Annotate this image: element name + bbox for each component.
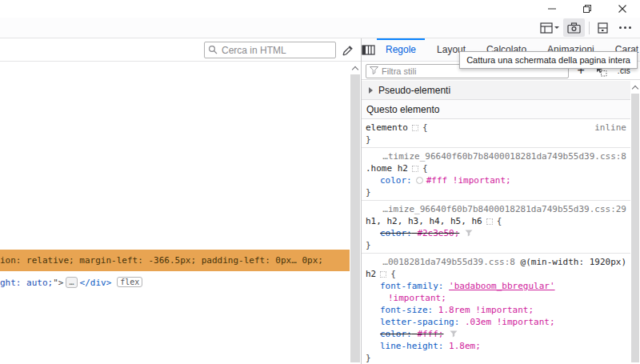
rule-selector[interactable]: h2	[366, 269, 376, 279]
responsive-design-mode-button[interactable]	[536, 18, 563, 37]
selector-highlighter-icon[interactable]	[412, 166, 418, 172]
scroll-up-button[interactable]	[630, 81, 640, 94]
media-query-label: @(min-width: 1920px)	[521, 257, 626, 267]
pseudo-elements-label: Pseudo-elementi	[378, 85, 450, 96]
rule-source-link[interactable]: …timize_96640f60b7b8400018281da749b55d39…	[366, 150, 626, 162]
rule-selector[interactable]: .home h2	[366, 163, 408, 174]
chevron-down-icon	[554, 26, 559, 29]
markup-scrollbar[interactable]	[350, 62, 361, 364]
camera-icon	[567, 22, 581, 34]
css-declaration-overridden[interactable]: color: #fff;	[366, 328, 626, 340]
filter-funnel-icon	[370, 66, 378, 74]
restore-button[interactable]	[570, 0, 605, 18]
selector-highlighter-icon[interactable]	[412, 125, 418, 131]
property-value[interactable]: 1.8em;	[449, 341, 481, 351]
css-declaration-overridden[interactable]: color: #2c3e50;	[366, 227, 626, 239]
closing-tag[interactable]: </div>	[80, 278, 112, 288]
css-rule-h2-media: …0018281da749b55d39.css:8 @(min-width: 1…	[362, 254, 630, 364]
markup-search-row	[0, 38, 361, 62]
rule-source-link[interactable]: …0018281da749b55d39.css:8	[382, 257, 515, 267]
css-declaration[interactable]: font-family: 'badaboom_bbregular'	[366, 280, 626, 292]
rules-scroll-area: Pseudo-elementi Questo elemento inline e…	[362, 81, 640, 364]
markup-tree: ion: relative; margin-left: -366.5px; pa…	[0, 62, 350, 364]
font-family-link[interactable]: 'badaboom_bbregular'	[449, 281, 554, 291]
close-brace: }	[366, 240, 371, 250]
this-element-label: Questo elemento	[366, 104, 439, 115]
restore-icon	[582, 4, 592, 14]
sidebar-toggle-icon	[362, 45, 375, 55]
property-name[interactable]: color:	[380, 175, 412, 186]
close-brace: }	[366, 187, 371, 198]
property-name[interactable]: color:	[380, 228, 412, 238]
flex-badge[interactable]: flex	[117, 277, 142, 287]
screenshot-button[interactable]	[563, 18, 585, 37]
property-name[interactable]: color:	[380, 329, 412, 339]
toolbar-separator	[589, 22, 590, 34]
search-input-wrap	[204, 42, 336, 58]
minimize-icon	[547, 4, 557, 14]
css-declaration[interactable]: line-height: 1.8em;	[366, 340, 626, 352]
close-brace: }	[366, 353, 371, 363]
css-rule-home-h2: …timize_96640f60b7b8400018281da749b55d39…	[362, 148, 630, 201]
meatball-menu-button[interactable]	[612, 18, 638, 37]
scrollbar-track[interactable]	[350, 74, 360, 362]
window-controls	[534, 0, 640, 18]
css-declaration[interactable]: font-size: 1.8rem !important;	[366, 304, 626, 316]
property-value[interactable]: #fff !important;	[426, 175, 511, 186]
dock-button[interactable]	[594, 18, 612, 37]
open-brace: {	[422, 163, 428, 174]
screenshot-tooltip: Cattura una schermata della pagina inter…	[459, 51, 638, 69]
property-value[interactable]: !important;	[388, 293, 446, 303]
pseudo-elements-header[interactable]: Pseudo-elementi	[362, 81, 630, 100]
show-more-button[interactable]: …	[66, 277, 77, 288]
property-value[interactable]: 1.8rem !important;	[438, 305, 534, 315]
rule-source-link[interactable]: …imize_96640f60b7b8400018281da749b55d39.…	[366, 203, 626, 215]
css-declaration-wrap[interactable]: !important;	[366, 292, 626, 304]
selector-highlighter-icon[interactable]	[380, 271, 386, 278]
property-name[interactable]: letter-spacing:	[380, 317, 459, 327]
eyedropper-icon	[342, 44, 354, 57]
css-rule-element: inline elemento{ }	[362, 119, 630, 148]
css-declaration[interactable]: color:#fff !important;	[366, 174, 626, 186]
expand-triangle-icon	[369, 87, 373, 94]
this-element-header: Questo elemento	[362, 100, 630, 119]
dock-icon	[598, 22, 608, 34]
overridden-filter-icon	[450, 330, 458, 338]
rule-selector[interactable]: elemento	[366, 122, 408, 133]
highlighted-attribute-row[interactable]: ion: relative; margin-left: -366.5px; pa…	[0, 250, 350, 271]
rule-selector[interactable]: h1, h2, h3, h4, h5, h6	[366, 216, 482, 226]
selector-highlighter-icon[interactable]	[486, 218, 493, 225]
eyedropper-button[interactable]	[339, 42, 357, 58]
meatball-menu-icon	[616, 26, 634, 29]
css-declaration[interactable]: letter-spacing: .03em !important;	[366, 316, 626, 328]
minimize-button[interactable]	[534, 0, 570, 18]
color-swatch[interactable]	[416, 177, 423, 184]
markup-node-row[interactable]: ght: auto;">…</div>flex	[0, 277, 350, 290]
property-name[interactable]: font-size:	[380, 305, 433, 315]
search-icon	[208, 45, 218, 54]
rules-scrollbar[interactable]	[630, 81, 640, 364]
inspector-panel: ion: relative; margin-left: -366.5px; pa…	[0, 38, 640, 364]
property-value[interactable]: #2c3e50;	[417, 228, 459, 238]
search-input[interactable]	[204, 42, 336, 58]
rules-sidebar: Regole Layout Calcolato Animazioni Carat…	[361, 38, 640, 364]
open-brace: {	[422, 122, 428, 133]
open-brace: {	[390, 269, 396, 279]
scroll-up-arrow-icon	[352, 66, 358, 72]
close-button[interactable]	[605, 0, 640, 18]
scroll-up-button[interactable]	[350, 62, 361, 74]
responsive-design-mode-icon	[540, 22, 553, 34]
window-titlebar	[0, 0, 640, 18]
css-rule-headings: …imize_96640f60b7b8400018281da749b55d39.…	[362, 201, 630, 254]
open-brace: {	[497, 216, 502, 226]
tab-regole[interactable]: Regole	[375, 38, 426, 61]
property-value[interactable]: #fff;	[417, 329, 443, 339]
scrollbar-track[interactable]	[631, 94, 639, 362]
property-name[interactable]: line-height:	[380, 341, 443, 351]
property-name[interactable]: font-family:	[380, 281, 443, 291]
rules-list: Pseudo-elementi Questo elemento inline e…	[362, 81, 630, 364]
toggle-split-pane-button[interactable]	[362, 38, 375, 61]
property-value[interactable]: .03em !important;	[465, 317, 555, 327]
markup-view: ion: relative; margin-left: -366.5px; pa…	[0, 38, 361, 364]
scroll-up-arrow-icon	[632, 85, 638, 91]
